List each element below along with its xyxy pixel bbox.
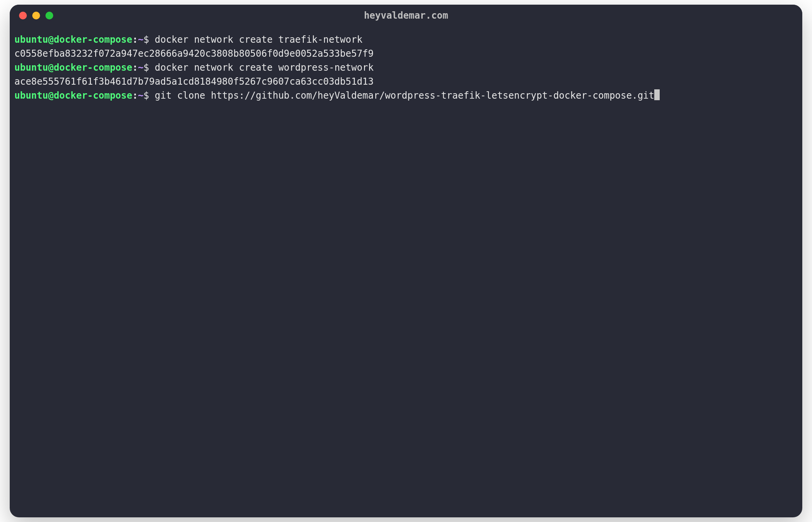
traffic-lights [10,12,53,19]
prompt-path: ~ [138,34,143,45]
terminal-command-line: ubuntu@docker-compose:~$ git clone https… [14,89,798,103]
command-text: docker network create wordpress-network [155,62,374,73]
titlebar: heyvaldemar.com [10,5,802,26]
prompt-user-host: ubuntu@docker-compose [14,34,132,45]
output-text: c0558efba83232f072a947ec28666a9420c3808b… [14,48,374,59]
prompt-user-host: ubuntu@docker-compose [14,62,132,73]
terminal-window: heyvaldemar.com ubuntu@docker-compose:~$… [10,5,802,517]
prompt-path: ~ [138,62,143,73]
prompt-separator: : [132,34,138,45]
prompt-symbol: $ [143,90,155,101]
prompt-symbol: $ [143,34,155,45]
terminal-output-line: ace8e555761f61f3b461d7b79ad5a1cd8184980f… [14,75,798,89]
terminal-command-line: ubuntu@docker-compose:~$ docker network … [14,61,798,75]
terminal-command-line: ubuntu@docker-compose:~$ docker network … [14,33,798,47]
cursor-icon [654,89,660,100]
prompt-user-host: ubuntu@docker-compose [14,90,132,101]
close-icon[interactable] [19,12,27,19]
prompt-symbol: $ [143,62,155,73]
window-title: heyvaldemar.com [10,10,802,21]
command-text: git clone https://github.com/heyValdemar… [155,90,654,101]
prompt-path: ~ [138,90,143,101]
minimize-icon[interactable] [32,12,40,19]
output-text: ace8e555761f61f3b461d7b79ad5a1cd8184980f… [14,76,374,87]
prompt-separator: : [132,62,138,73]
command-text: docker network create traefik-network [155,34,362,45]
terminal-output-line: c0558efba83232f072a947ec28666a9420c3808b… [14,47,798,61]
zoom-icon[interactable] [45,12,53,19]
prompt-separator: : [132,90,138,101]
terminal-body[interactable]: ubuntu@docker-compose:~$ docker network … [10,26,802,517]
